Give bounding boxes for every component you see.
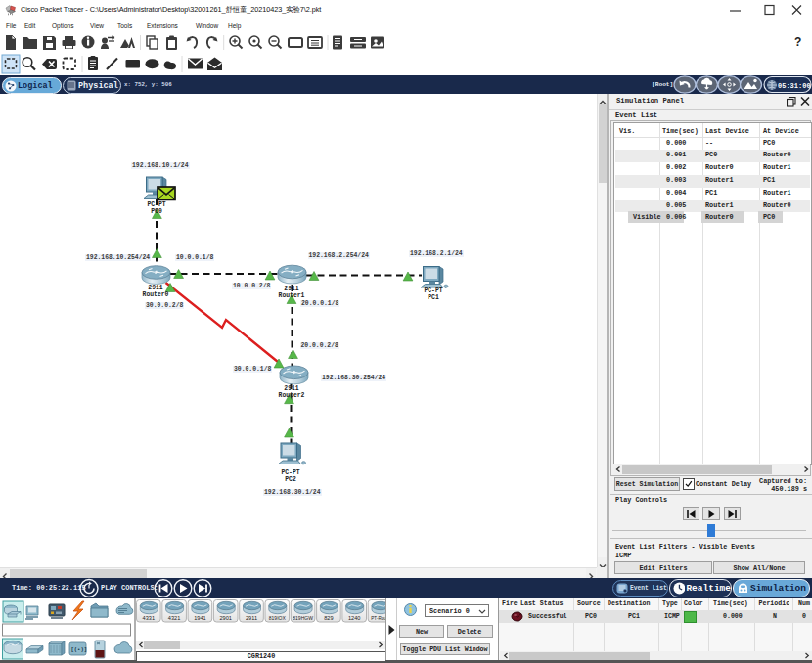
svg-text:PT-Routr: PT-Routr [371, 616, 385, 621]
svg-text:2911: 2911 [246, 615, 257, 621]
svg-text:?: ? [794, 35, 801, 49]
svg-text:4321: 4321 [168, 615, 180, 621]
svg-text:[(•)]: [(•)] [71, 646, 88, 653]
svg-text:05:31:00: 05:31:00 [778, 82, 811, 90]
svg-text:829: 829 [324, 615, 333, 621]
svg-text:819HGW: 819HGW [293, 615, 313, 621]
svg-text:1941: 1941 [194, 615, 205, 621]
svg-text:1240: 1240 [348, 615, 360, 621]
svg-text:4331: 4331 [143, 615, 155, 621]
svg-text:819IOX: 819IOX [269, 615, 287, 621]
svg-text:2901: 2901 [219, 615, 231, 621]
